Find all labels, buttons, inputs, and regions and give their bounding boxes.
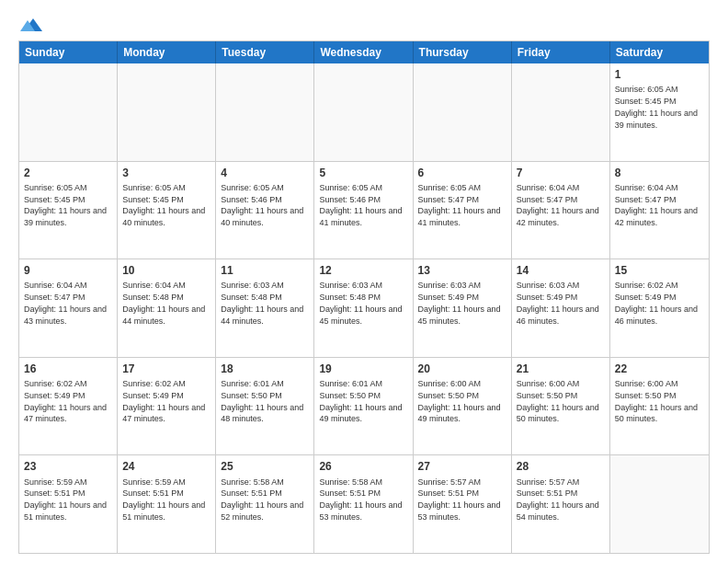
- day-number: 25: [221, 459, 309, 474]
- day-detail: Sunrise: 6:04 AM Sunset: 5:47 PM Dayligh…: [517, 183, 599, 227]
- day-detail: Sunrise: 6:05 AM Sunset: 5:45 PM Dayligh…: [24, 183, 107, 227]
- calendar-cell: 14Sunrise: 6:03 AM Sunset: 5:49 PM Dayli…: [512, 259, 610, 357]
- week-row-5: 23Sunrise: 5:59 AM Sunset: 5:51 PM Dayli…: [19, 455, 709, 553]
- day-detail: Sunrise: 6:01 AM Sunset: 5:50 PM Dayligh…: [221, 379, 303, 423]
- day-number: 13: [418, 263, 506, 278]
- calendar-page: SundayMondayTuesdayWednesdayThursdayFrid…: [0, 0, 728, 563]
- calendar-cell: 25Sunrise: 5:58 AM Sunset: 5:51 PM Dayli…: [216, 455, 314, 553]
- day-detail: Sunrise: 6:00 AM Sunset: 5:50 PM Dayligh…: [418, 379, 501, 423]
- calendar-cell: [19, 63, 118, 161]
- day-number: 3: [122, 166, 210, 180]
- day-number: 22: [615, 362, 704, 376]
- day-detail: Sunrise: 6:05 AM Sunset: 5:47 PM Dayligh…: [418, 183, 501, 227]
- week-row-3: 9Sunrise: 6:04 AM Sunset: 5:47 PM Daylig…: [19, 259, 709, 358]
- day-detail: Sunrise: 6:00 AM Sunset: 5:50 PM Dayligh…: [615, 379, 698, 423]
- day-number: 19: [319, 362, 407, 376]
- calendar-cell: 1Sunrise: 6:05 AM Sunset: 5:45 PM Daylig…: [610, 63, 709, 161]
- day-number: 4: [221, 166, 309, 180]
- day-detail: Sunrise: 6:04 AM Sunset: 5:47 PM Dayligh…: [615, 183, 698, 227]
- week-row-4: 16Sunrise: 6:02 AM Sunset: 5:49 PM Dayli…: [19, 358, 709, 456]
- calendar-cell: 11Sunrise: 6:03 AM Sunset: 5:48 PM Dayli…: [216, 259, 314, 357]
- calendar-cell: 20Sunrise: 6:00 AM Sunset: 5:50 PM Dayli…: [414, 358, 512, 455]
- day-detail: Sunrise: 6:05 AM Sunset: 5:46 PM Dayligh…: [221, 183, 303, 227]
- day-number: 20: [418, 362, 506, 376]
- col-header-sunday: Sunday: [19, 41, 118, 63]
- day-number: 9: [24, 263, 112, 278]
- calendar-cell: 5Sunrise: 6:05 AM Sunset: 5:46 PM Daylig…: [314, 162, 413, 259]
- day-number: 28: [517, 459, 605, 474]
- col-header-monday: Monday: [118, 41, 216, 63]
- col-header-friday: Friday: [512, 41, 610, 63]
- col-header-saturday: Saturday: [610, 41, 709, 63]
- day-number: 10: [122, 263, 210, 278]
- day-detail: Sunrise: 6:01 AM Sunset: 5:50 PM Dayligh…: [319, 379, 402, 423]
- calendar-cell: 27Sunrise: 5:57 AM Sunset: 5:51 PM Dayli…: [414, 455, 512, 553]
- day-detail: Sunrise: 6:03 AM Sunset: 5:48 PM Dayligh…: [319, 281, 402, 325]
- calendar-cell: 24Sunrise: 5:59 AM Sunset: 5:51 PM Dayli…: [118, 455, 216, 553]
- day-number: 12: [319, 263, 407, 278]
- calendar-cell: 23Sunrise: 5:59 AM Sunset: 5:51 PM Dayli…: [19, 455, 118, 553]
- day-detail: Sunrise: 6:02 AM Sunset: 5:49 PM Dayligh…: [24, 379, 107, 423]
- day-detail: Sunrise: 5:57 AM Sunset: 5:51 PM Dayligh…: [517, 477, 599, 522]
- col-header-wednesday: Wednesday: [314, 41, 413, 63]
- day-detail: Sunrise: 6:02 AM Sunset: 5:49 PM Dayligh…: [615, 281, 698, 325]
- calendar-cell: 10Sunrise: 6:04 AM Sunset: 5:48 PM Dayli…: [118, 259, 216, 357]
- day-detail: Sunrise: 5:57 AM Sunset: 5:51 PM Dayligh…: [418, 477, 501, 522]
- day-number: 24: [122, 459, 210, 474]
- day-number: 21: [517, 362, 605, 376]
- day-detail: Sunrise: 6:05 AM Sunset: 5:45 PM Dayligh…: [615, 85, 698, 129]
- day-detail: Sunrise: 6:04 AM Sunset: 5:48 PM Dayligh…: [122, 281, 205, 325]
- calendar-cell: 13Sunrise: 6:03 AM Sunset: 5:49 PM Dayli…: [414, 259, 512, 357]
- day-number: 26: [319, 459, 407, 474]
- calendar-cell: 8Sunrise: 6:04 AM Sunset: 5:47 PM Daylig…: [610, 162, 709, 259]
- calendar-cell: 15Sunrise: 6:02 AM Sunset: 5:49 PM Dayli…: [610, 259, 709, 357]
- day-detail: Sunrise: 6:03 AM Sunset: 5:48 PM Dayligh…: [221, 281, 303, 325]
- calendar-header-row: SundayMondayTuesdayWednesdayThursdayFrid…: [19, 41, 709, 63]
- calendar-cell: 28Sunrise: 5:57 AM Sunset: 5:51 PM Dayli…: [512, 455, 610, 553]
- week-row-2: 2Sunrise: 6:05 AM Sunset: 5:45 PM Daylig…: [19, 162, 709, 260]
- calendar-cell: 9Sunrise: 6:04 AM Sunset: 5:47 PM Daylig…: [19, 259, 118, 357]
- calendar-cell: 17Sunrise: 6:02 AM Sunset: 5:49 PM Dayli…: [118, 358, 216, 455]
- calendar-cell: 16Sunrise: 6:02 AM Sunset: 5:49 PM Dayli…: [19, 358, 118, 455]
- calendar-cell: 12Sunrise: 6:03 AM Sunset: 5:48 PM Dayli…: [314, 259, 413, 357]
- day-number: 17: [122, 362, 210, 376]
- logo: [18, 15, 42, 33]
- calendar-cell: 22Sunrise: 6:00 AM Sunset: 5:50 PM Dayli…: [610, 358, 709, 455]
- day-detail: Sunrise: 6:05 AM Sunset: 5:45 PM Dayligh…: [122, 183, 205, 227]
- calendar-cell: [610, 455, 709, 553]
- day-number: 11: [221, 263, 309, 278]
- day-detail: Sunrise: 6:00 AM Sunset: 5:50 PM Dayligh…: [517, 379, 599, 423]
- calendar-cell: 19Sunrise: 6:01 AM Sunset: 5:50 PM Dayli…: [314, 358, 413, 455]
- calendar-cell: 4Sunrise: 6:05 AM Sunset: 5:46 PM Daylig…: [216, 162, 314, 259]
- week-row-1: 1Sunrise: 6:05 AM Sunset: 5:45 PM Daylig…: [19, 63, 709, 162]
- day-detail: Sunrise: 5:59 AM Sunset: 5:51 PM Dayligh…: [122, 477, 205, 522]
- day-number: 6: [418, 166, 506, 180]
- day-detail: Sunrise: 6:03 AM Sunset: 5:49 PM Dayligh…: [418, 281, 501, 325]
- day-detail: Sunrise: 5:59 AM Sunset: 5:51 PM Dayligh…: [24, 477, 107, 522]
- calendar-cell: [414, 63, 512, 161]
- day-number: 15: [615, 263, 704, 278]
- day-number: 27: [418, 459, 506, 474]
- calendar-cell: 26Sunrise: 5:58 AM Sunset: 5:51 PM Dayli…: [314, 455, 413, 553]
- day-number: 5: [319, 166, 407, 180]
- calendar-cell: 7Sunrise: 6:04 AM Sunset: 5:47 PM Daylig…: [512, 162, 610, 259]
- day-number: 2: [24, 166, 112, 180]
- calendar-cell: 3Sunrise: 6:05 AM Sunset: 5:45 PM Daylig…: [118, 162, 216, 259]
- logo-icon: [20, 15, 42, 33]
- day-number: 14: [517, 263, 605, 278]
- calendar-cell: 6Sunrise: 6:05 AM Sunset: 5:47 PM Daylig…: [414, 162, 512, 259]
- calendar-body: 1Sunrise: 6:05 AM Sunset: 5:45 PM Daylig…: [19, 63, 709, 553]
- day-detail: Sunrise: 5:58 AM Sunset: 5:51 PM Dayligh…: [319, 477, 402, 522]
- day-detail: Sunrise: 6:04 AM Sunset: 5:47 PM Dayligh…: [24, 281, 107, 325]
- day-detail: Sunrise: 6:02 AM Sunset: 5:49 PM Dayligh…: [122, 379, 205, 423]
- day-number: 7: [517, 166, 605, 180]
- calendar-cell: 2Sunrise: 6:05 AM Sunset: 5:45 PM Daylig…: [19, 162, 118, 259]
- col-header-thursday: Thursday: [414, 41, 512, 63]
- day-number: 8: [615, 166, 704, 180]
- day-number: 1: [615, 67, 704, 82]
- day-number: 23: [24, 459, 112, 474]
- calendar: SundayMondayTuesdayWednesdayThursdayFrid…: [18, 40, 710, 554]
- calendar-cell: 18Sunrise: 6:01 AM Sunset: 5:50 PM Dayli…: [216, 358, 314, 455]
- col-header-tuesday: Tuesday: [216, 41, 314, 63]
- day-detail: Sunrise: 6:05 AM Sunset: 5:46 PM Dayligh…: [319, 183, 402, 227]
